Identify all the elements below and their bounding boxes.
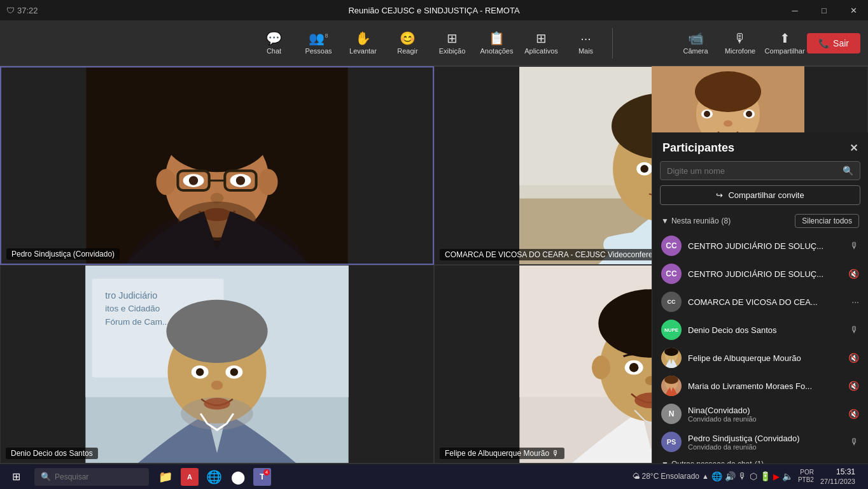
silence-all-button[interactable]: Silenciar todos [795, 214, 859, 228]
mic-tray-icon[interactable]: 🎙 [738, 471, 747, 481]
levantar-label: Levantar [349, 47, 377, 55]
svg-text:tro Judiciário: tro Judiciário [105, 290, 157, 301]
toolbar-anotacoes[interactable]: 📋 Anotações [475, 22, 519, 65]
toolbar-camera[interactable]: 📹 Câmera [673, 22, 718, 65]
toolbar-mais[interactable]: ··· Mais [564, 22, 608, 65]
felipe-info: Felipe de Albuquerque Mourão [688, 353, 842, 363]
cc1-mic-icon: 🎙 [850, 241, 859, 251]
youtube-icon: ▶ [773, 472, 780, 481]
video-tile-denio[interactable]: tro Judiciário itos e Cidadão Fórum de C… [0, 265, 434, 464]
video-tile-pedro[interactable]: Pedro Sindjustiça (Convidado) [0, 66, 434, 265]
svg-point-14 [236, 176, 245, 185]
maximize-button[interactable]: □ [809, 0, 839, 20]
comarca-name: COMARCA DE VICOSA DO CEA... [688, 297, 845, 307]
anotacoes-label: Anotações [480, 47, 514, 55]
taskbar-datetime: POR PTB2 [798, 469, 814, 484]
clock-time: 15:31 [836, 467, 855, 478]
up-arrow-icon[interactable]: ▲ [702, 472, 709, 480]
start-button[interactable]: ⊞ [0, 464, 32, 490]
toolbar-exibicao[interactable]: ⊞ Exibição [430, 22, 475, 65]
taskbar-app-chrome[interactable]: ⬤ [227, 465, 249, 488]
phone-end-icon: 📞 [818, 38, 829, 48]
participant-item-cc1[interactable]: CC CENTRO JUDICIÁRIO DE SOLUÇ... 🎙 [652, 232, 868, 260]
svg-point-46 [230, 368, 238, 376]
microfone-label: Microfone [725, 47, 755, 55]
felipe-panel-mic-icon: 🔇 [848, 353, 859, 363]
weather-widget: 🌤 28°C Ensolarado [633, 472, 700, 481]
minimize-button[interactable]: ─ [780, 0, 809, 20]
pedro-mic-icon: 🎙 [850, 437, 859, 447]
toolbar-chat[interactable]: 💬 Chat [252, 22, 297, 65]
battery-icon[interactable]: 🔋 [760, 471, 771, 481]
taskbar-search-input[interactable] [55, 472, 137, 481]
taskbar-app-red[interactable]: A [178, 465, 201, 488]
video-label-comarca: COMARCA DE VICOSA DO CEARA - CEJUSC Vide… [440, 249, 676, 260]
cc2-mic-icon: 🔇 [848, 269, 859, 279]
main-content: Pedro Sindjustiça (Convidado) [0, 66, 868, 464]
toolbar-microfone[interactable]: 🎙 Microfone [718, 22, 762, 65]
mais-icon: ··· [580, 32, 591, 45]
search-container[interactable]: 🔍 [660, 161, 860, 180]
pedro-sub: Convidado da reunião [688, 443, 844, 451]
taskbar-app-teams[interactable]: T 4 [251, 465, 274, 488]
condition: Ensolarado [661, 472, 699, 481]
network-icon[interactable]: 🌐 [711, 471, 722, 481]
maria-info: Maria do Livramento Moraes Fo... [688, 381, 842, 391]
comarca-more-icon: ··· [851, 297, 859, 307]
share-invite-button[interactable]: ↪ Compartilhar convite [660, 185, 860, 205]
bluetooth-icon[interactable]: ⬡ [750, 471, 757, 481]
svg-point-7 [258, 169, 278, 195]
participant-item-denio[interactable]: NUPE Denio Decio dos Santos 🎙 [652, 316, 868, 344]
cc2-avatar: CC [661, 264, 682, 284]
shield-timer: 🛡 37:22 [6, 6, 38, 15]
toolbar-levantar[interactable]: ✋ Levantar [341, 22, 386, 65]
sair-label: Sair [833, 38, 849, 48]
reagir-icon: 😊 [400, 32, 416, 45]
cc1-name: CENTRO JUDICIÁRIO DE SOLUÇ... [688, 241, 844, 251]
nina-mic-icon: 🔇 [848, 409, 859, 419]
compartilhar-label: Compartilhar [765, 47, 805, 55]
search-input[interactable] [667, 166, 840, 176]
pedro-info: Pedro Sindjustiça (Convidado) Convidado … [688, 434, 844, 451]
language-kb: POR [800, 469, 814, 476]
sun-icon: 🌤 [633, 472, 640, 481]
toolbar-aplicativos[interactable]: ⊞ Aplicativos [519, 22, 564, 65]
panel-header: Participantes ✕ [652, 132, 868, 161]
participant-item-nina[interactable]: N Nina(Convidado) Convidado da reunião 🔇 [652, 400, 868, 428]
timer-display: 37:22 [17, 6, 38, 15]
sair-button[interactable]: 📞 Sair [807, 33, 860, 53]
comarca-info: COMARCA DE VICOSA DO CEA... [688, 297, 845, 307]
share-invite-label: Compartilhar convite [728, 190, 804, 200]
chevron-down-icon: ▼ [661, 216, 669, 225]
svg-text:itos e Cidadão: itos e Cidadão [105, 304, 160, 313]
pedro-avatar-panel: PS [661, 432, 682, 452]
nina-name-panel: Nina(Convidado) [688, 406, 842, 415]
title-bar: 🛡 37:22 Reunião CEJUSC e SINDJUSTIÇA - R… [0, 0, 868, 20]
pessoas-label: Pessoas [305, 47, 332, 55]
participant-item-comarca[interactable]: CC COMARCA DE VICOSA DO CEA... ··· [652, 288, 868, 316]
participant-item-pedro[interactable]: PS Pedro Sindjustiça (Convidado) Convida… [652, 428, 868, 456]
toolbar-reagir[interactable]: 😊 Reagir [386, 22, 430, 65]
taskbar-app-edge[interactable]: 🌐 [202, 465, 225, 488]
svg-point-48 [204, 398, 230, 410]
taskbar-search[interactable]: 🔍 [34, 468, 149, 486]
denio-label-text: Denio Decio dos Santos [11, 449, 93, 458]
close-panel-icon[interactable]: ✕ [850, 142, 858, 154]
participant-item-maria[interactable]: Maria do Livramento Moraes Fo... 🔇 [652, 372, 868, 400]
volume-icon[interactable]: 🔈 [782, 471, 793, 481]
search-icon: 🔍 [843, 166, 853, 176]
participant-item-felipe[interactable]: Felipe de Albuquerque Mourão 🔇 [652, 344, 868, 372]
svg-point-68 [695, 71, 761, 112]
clock-date[interactable]: 15:31 27/11/2023 [820, 467, 855, 486]
in-meeting-label: Nesta reunião [671, 216, 719, 225]
pedro-label-text: Pedro Sindjustiça (Convidado) [11, 250, 115, 259]
camera-label: Câmera [683, 47, 708, 55]
toolbar-compartilhar[interactable]: ⬆ Compartilhar [762, 22, 807, 65]
levantar-icon: ✋ [355, 32, 371, 45]
in-meeting-title: ▼ Nesta reunião (8) [661, 216, 731, 225]
toolbar-pessoas[interactable]: 👥8 Pessoas [297, 22, 341, 65]
speaker-icon[interactable]: 🔊 [725, 471, 736, 481]
close-button[interactable]: ✕ [839, 0, 868, 20]
taskbar-app-explorer[interactable]: 📁 [154, 465, 177, 488]
participant-item-cc2[interactable]: CC CENTRO JUDICIÁRIO DE SOLUÇ... 🔇 [652, 260, 868, 288]
